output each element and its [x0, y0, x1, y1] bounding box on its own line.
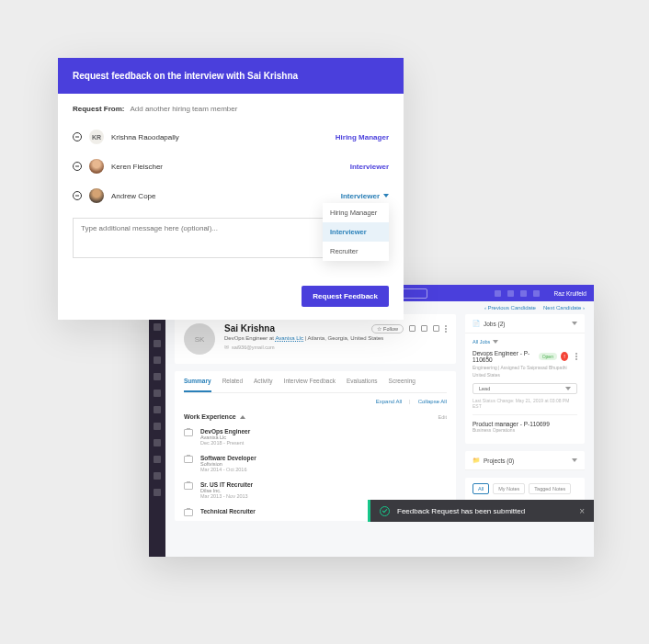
- member-role[interactable]: Hiring Manager: [336, 133, 389, 141]
- remove-member-icon[interactable]: [73, 191, 82, 200]
- role-option-hiring-manager[interactable]: Hiring Manager: [323, 203, 389, 222]
- prev-candidate-link[interactable]: ‹ Previous Candidate: [484, 305, 536, 311]
- check-circle-icon: [380, 506, 390, 516]
- archive-icon[interactable]: [409, 325, 416, 332]
- close-icon[interactable]: ×: [579, 506, 585, 516]
- role-option-recruiter[interactable]: Recruiter: [323, 242, 389, 261]
- nav-icon[interactable]: [154, 390, 161, 397]
- nav-icon[interactable]: [154, 423, 161, 430]
- nav-icon[interactable]: [154, 373, 161, 380]
- tab-related[interactable]: Related: [222, 371, 243, 392]
- candidate-name: Sai Krishna: [224, 323, 275, 333]
- expand-all-link[interactable]: Expand All: [376, 399, 402, 404]
- avatar: [89, 159, 104, 174]
- modal-title: Request feedback on the interview with S…: [58, 58, 404, 94]
- job-title[interactable]: Product manager - P-110699: [473, 421, 577, 427]
- experience-item: DevOps Engineer Avanixa Llc Dec 2018 - P…: [184, 424, 447, 450]
- projects-panel: 📁 Projects (0): [465, 451, 585, 470]
- tab-screening[interactable]: Screening: [389, 371, 416, 392]
- nav-icon[interactable]: [154, 456, 161, 463]
- toast: Feedback Request has been submitted ×: [368, 500, 594, 522]
- edit-link[interactable]: Edit: [438, 414, 447, 420]
- member-role[interactable]: Interviewer: [350, 163, 389, 171]
- more-icon[interactable]: [575, 353, 577, 360]
- request-from-label: Request From:: [73, 105, 124, 113]
- notes-tab-tagged[interactable]: Tagged Notes: [529, 483, 571, 494]
- alert-icon[interactable]: !: [561, 352, 568, 361]
- remove-member-icon[interactable]: [73, 132, 82, 141]
- chevron-down-icon[interactable]: [572, 458, 577, 462]
- briefcase-icon: [184, 509, 193, 516]
- tab-evaluations[interactable]: Evaluations: [347, 371, 378, 392]
- notes-tab-mine[interactable]: My Notes: [493, 483, 525, 494]
- tab-interview-feedback[interactable]: Interview Feedback: [284, 371, 336, 392]
- avatar: KR: [89, 130, 104, 144]
- member-name: Krishna Raoodapally: [111, 133, 328, 141]
- nav-icon[interactable]: [154, 356, 161, 364]
- notes-tab-all[interactable]: All: [473, 483, 489, 494]
- jobs-panel-title[interactable]: 📄 Jobs (2): [473, 320, 505, 327]
- briefcase-icon: [184, 482, 193, 490]
- toast-message: Feedback Request has been submitted: [397, 507, 572, 515]
- candidate-avatar: SK: [184, 323, 215, 355]
- nav-icon[interactable]: [154, 323, 161, 331]
- share-icon[interactable]: [433, 325, 439, 332]
- chevron-down-icon[interactable]: [572, 322, 577, 325]
- follow-button[interactable]: ☆ Follow: [371, 324, 404, 333]
- current-user[interactable]: Raz Krulfeld: [554, 290, 586, 297]
- side-nav: [149, 301, 165, 557]
- tab-activity[interactable]: Activity: [254, 371, 273, 392]
- nav-icon[interactable]: [154, 472, 161, 480]
- nav-icon[interactable]: [154, 406, 161, 413]
- topbar-icon[interactable]: [533, 290, 540, 297]
- topbar-icon[interactable]: [520, 290, 527, 297]
- topbar-icon[interactable]: [495, 290, 501, 297]
- topbar-icon[interactable]: [507, 290, 514, 297]
- briefcase-icon: [184, 456, 193, 463]
- avatar: [89, 188, 104, 203]
- last-status-change: Last Status Change: May 21, 2019 at 03:0…: [473, 398, 577, 409]
- member-name: Andrew Cope: [111, 192, 334, 200]
- projects-panel-title[interactable]: 📁 Projects (0): [473, 457, 514, 464]
- member-row: Andrew Cope Interviewer Hiring Manager I…: [73, 181, 389, 210]
- member-name: Keren Fleischer: [111, 163, 343, 171]
- role-option-interviewer[interactable]: Interviewer: [323, 222, 389, 242]
- next-candidate-link[interactable]: Next Candidate ›: [543, 305, 585, 311]
- email-icon[interactable]: [421, 325, 427, 332]
- tabs-card: Summary Related Activity Interview Feedb…: [175, 371, 456, 521]
- add-member-input[interactable]: [130, 105, 389, 113]
- experience-item: Software Developer Softvision Mar 2014 -…: [184, 450, 447, 477]
- chevron-down-icon: [383, 194, 389, 198]
- briefcase-icon: [184, 429, 193, 436]
- collapse-all-link[interactable]: Collapse All: [418, 399, 447, 404]
- nav-icon[interactable]: [154, 489, 161, 496]
- member-role-select[interactable]: Interviewer: [341, 192, 389, 200]
- tab-summary[interactable]: Summary: [184, 371, 211, 392]
- jobs-panel: 📄 Jobs (2) All Jobs Devops Engineer - P-…: [465, 314, 585, 444]
- caret-up-icon: [240, 415, 245, 419]
- member-row: KR Krishna Raoodapally Hiring Manager: [73, 122, 389, 152]
- request-feedback-modal: Request feedback on the interview with S…: [58, 58, 404, 320]
- nav-icon[interactable]: [154, 439, 161, 446]
- work-experience-heading[interactable]: Work Experience: [184, 413, 245, 420]
- candidate-subtitle: DevOps Engineer at Avanixa Llc | Atlanta…: [224, 335, 447, 341]
- app-window: Phenom Raz Krulfeld: [149, 285, 594, 557]
- profile-card: SK Sai Krishna ☆ Follow: [175, 314, 456, 364]
- remove-member-icon[interactable]: [73, 162, 82, 171]
- stage-select[interactable]: Lead: [473, 383, 577, 394]
- request-feedback-button[interactable]: Request Feedback: [302, 286, 389, 307]
- candidate-email: ✉ sai936@ymail.com: [224, 345, 447, 350]
- role-dropdown: Hiring Manager Interviewer Recruiter: [323, 203, 389, 261]
- more-icon[interactable]: [445, 325, 447, 333]
- member-row: Keren Fleischer Interviewer: [73, 152, 389, 181]
- status-badge: Open: [539, 353, 557, 360]
- job-title[interactable]: Devops Engineer - P-110650: [473, 350, 535, 363]
- nav-icon[interactable]: [154, 340, 161, 347]
